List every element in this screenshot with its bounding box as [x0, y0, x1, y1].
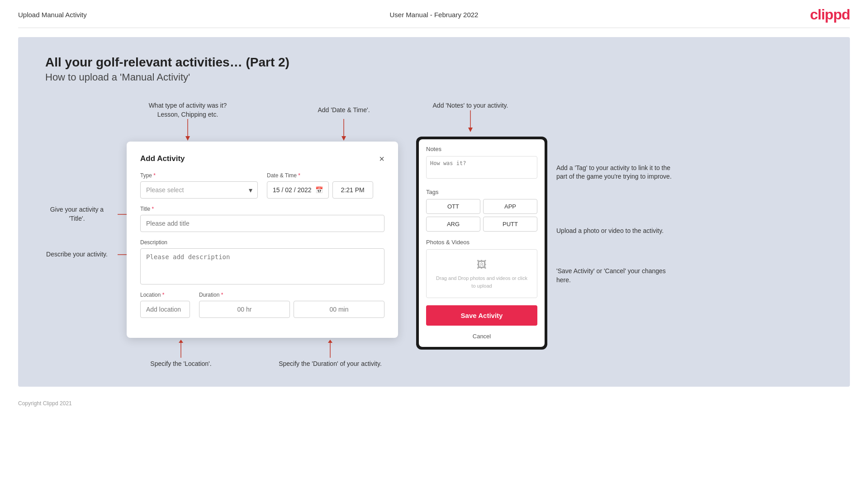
right-panel: Add 'Notes' to your activity. [416, 101, 674, 350]
notes-section: Notes [419, 139, 545, 185]
header-left: Upload Manual Activity [18, 11, 87, 19]
title-group: Title * [140, 206, 384, 232]
main-title: All your golf-relevant activities… (Part… [45, 55, 823, 70]
svg-marker-5 [185, 136, 190, 141]
photos-upload[interactable]: 🖼 Drag and Drop photos and videos or cli… [426, 249, 537, 298]
right-annotations: Add a 'Tag' to your activity to link it … [556, 137, 674, 303]
duration-group: Duration * [199, 292, 384, 318]
duration-min-input[interactable] [294, 301, 384, 318]
date-arrow [337, 119, 351, 142]
dialog-title: Add Activity [140, 154, 185, 163]
notes-arrow [464, 110, 477, 133]
date-annotation: Add 'Date & Time'. [308, 106, 380, 115]
date-value: 15 / 02 / 2022 [273, 186, 312, 194]
photos-section: Photos & Videos 🖼 Drag and Drop photos a… [419, 235, 545, 302]
left-annotations: Give your activity a 'Title'. Describe y… [45, 101, 127, 259]
title-annotation: Give your activity a 'Title'. [45, 205, 109, 223]
description-annotation: Describe your activity. [45, 250, 109, 259]
phone-screen: Notes Tags OTT APP ARG PUTT [419, 139, 545, 347]
phone-mockup: Notes Tags OTT APP ARG PUTT [416, 137, 547, 350]
header: Upload Manual Activity User Manual - Feb… [0, 0, 868, 28]
tag-arg[interactable]: ARG [426, 217, 480, 232]
datetime-label: Date & Time * [267, 172, 384, 179]
date-field[interactable]: 15 / 02 / 2022 📅 [267, 181, 329, 199]
type-select[interactable]: Please select [140, 181, 258, 199]
type-select-wrapper: Please select [140, 181, 258, 199]
save-activity-button[interactable]: Save Activity [426, 305, 537, 326]
header-center: User Manual - February 2022 [390, 11, 479, 19]
svg-marker-7 [342, 136, 346, 141]
photos-label: Photos & Videos [426, 239, 537, 246]
cancel-button[interactable]: Cancel [419, 329, 545, 343]
tag-app[interactable]: APP [483, 199, 537, 214]
notes-textarea[interactable] [426, 156, 537, 179]
location-up-arrow [174, 340, 188, 358]
title-input[interactable] [140, 215, 384, 232]
main-subtitle: How to upload a 'Manual Activity' [45, 71, 823, 83]
datetime-group: Date & Time * 15 / 02 / 2022 📅 2:21 PM [267, 172, 384, 199]
description-group: Description [140, 239, 384, 284]
type-arrow [181, 119, 194, 142]
description-label: Description [140, 239, 384, 246]
location-duration-row: Location * Duration * [140, 292, 384, 318]
svg-marker-13 [468, 128, 473, 132]
tags-grid: OTT APP ARG PUTT [426, 199, 537, 232]
duration-hr-input[interactable] [199, 301, 290, 318]
inner-layout: Give your activity a 'Title'. Describe y… [45, 101, 823, 369]
notes-annotation: Add 'Notes' to your activity. [430, 101, 511, 110]
title-label-field: Title * [140, 206, 384, 212]
full-layout: Give your activity a 'Title'. Describe y… [45, 101, 823, 369]
time-field[interactable]: 2:21 PM [332, 181, 373, 199]
photo-annotation: Upload a photo or video to the activity. [556, 227, 674, 236]
copyright: Copyright Clippd 2021 [0, 396, 868, 411]
svg-marker-11 [328, 340, 332, 343]
duration-inputs [199, 301, 384, 318]
save-annotation: 'Save Activity' or 'Cancel' your changes… [556, 267, 674, 284]
description-textarea[interactable] [140, 248, 384, 284]
calendar-icon: 📅 [315, 186, 323, 194]
tag-putt[interactable]: PUTT [483, 217, 537, 232]
location-group: Location * [140, 292, 190, 318]
tag-annotation: Add a 'Tag' to your activity to link it … [556, 164, 674, 181]
header-divider [18, 28, 850, 28]
upload-icon: 🖼 [434, 257, 530, 273]
type-date-row: Type * Please select Date & Time * [140, 172, 384, 199]
location-input[interactable] [140, 301, 190, 318]
logo: clippd [810, 6, 850, 23]
dialog-header: Add Activity × [140, 154, 384, 163]
center-section: What type of activity was it? Lesson, Ch… [127, 101, 398, 369]
add-activity-dialog: Add Activity × Type * Please select [127, 142, 398, 338]
duration-up-arrow [323, 340, 337, 358]
type-group: Type * Please select [140, 172, 258, 199]
duration-annotation: Specify the 'Duration' of your activity. [271, 360, 389, 369]
duration-label: Duration * [199, 292, 384, 298]
svg-marker-9 [179, 340, 183, 343]
date-time-inputs: 15 / 02 / 2022 📅 2:21 PM [267, 181, 384, 199]
location-annotation: Specify the 'Location'. [136, 360, 226, 369]
tag-ott[interactable]: OTT [426, 199, 480, 214]
tags-section: Tags OTT APP ARG PUTT [419, 185, 545, 235]
photos-hint: Drag and Drop photos and videos or click… [436, 275, 527, 289]
main-content: All your golf-relevant activities… (Part… [18, 37, 850, 387]
type-annotation: What type of activity was it? Lesson, Ch… [145, 101, 231, 119]
type-label: Type * [140, 172, 258, 179]
location-label: Location * [140, 292, 190, 298]
close-button[interactable]: × [379, 154, 384, 163]
tags-label: Tags [426, 189, 537, 195]
notes-label: Notes [426, 146, 537, 152]
